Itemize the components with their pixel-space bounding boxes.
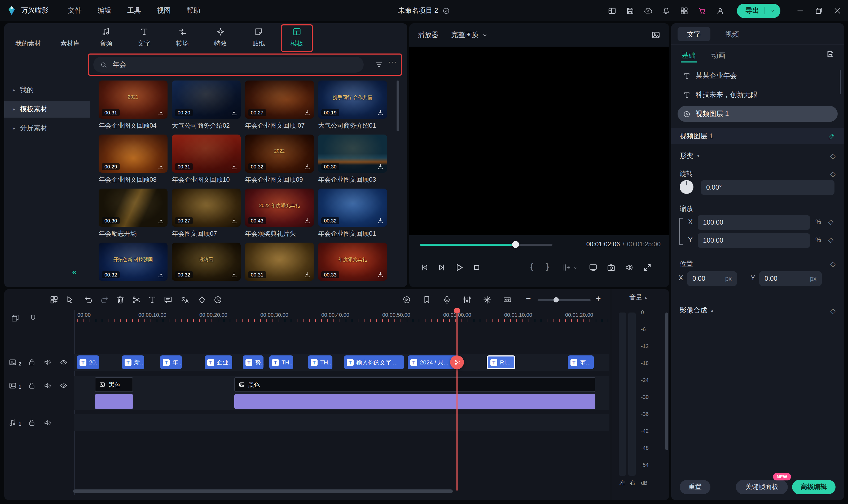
template-card[interactable]: 00:31 年会企业图文回顾10: [172, 134, 241, 184]
split-scissors-icon[interactable]: [132, 295, 141, 305]
next-frame-button[interactable]: [437, 263, 446, 272]
play-button[interactable]: [454, 262, 464, 273]
text-clip[interactable]: T 输入你的文字 ...: [344, 356, 404, 369]
save-preset-icon[interactable]: [826, 50, 834, 58]
menu-file[interactable]: 文件: [68, 6, 82, 15]
text-clip[interactable]: T TH...: [308, 356, 332, 369]
translate-icon[interactable]: [180, 295, 190, 305]
template-card[interactable]: 00:32 年会企业图文回顾01: [318, 188, 387, 238]
range-select-icon[interactable]: [562, 263, 572, 272]
search-input[interactable]: 年会: [93, 57, 364, 73]
rotation-dial[interactable]: [680, 180, 693, 194]
snapshot-camera-icon[interactable]: [606, 263, 616, 272]
layout-switch-icon[interactable]: [608, 6, 617, 15]
template-card[interactable]: 00:20 大气公司商务介绍02: [172, 80, 241, 130]
template-card[interactable]: 00:29 年会企业图文回顾08: [99, 134, 168, 184]
download-icon[interactable]: [157, 271, 165, 278]
playback-slider-knob[interactable]: [512, 241, 519, 248]
export-dropdown-icon[interactable]: [769, 8, 775, 14]
template-card[interactable]: 00:30 年会企业图文回顾03: [318, 134, 387, 184]
notifications-icon[interactable]: [662, 6, 671, 15]
speed-tool-icon[interactable]: [213, 295, 223, 305]
menu-help[interactable]: 帮助: [187, 6, 201, 15]
props-tab-text[interactable]: 文字: [678, 27, 710, 41]
layer-item-video-1[interactable]: 视频图层 1: [678, 106, 838, 122]
video-preview[interactable]: [409, 47, 669, 235]
download-icon[interactable]: [157, 217, 165, 224]
subtitle-icon[interactable]: [163, 295, 173, 305]
template-card[interactable]: 开拓创新 科技强国 00:32: [99, 242, 168, 283]
audio-mixer-icon[interactable]: [462, 295, 472, 305]
download-icon[interactable]: [304, 217, 311, 224]
voiceover-mic-icon[interactable]: [442, 295, 452, 305]
keyframe-tool-icon[interactable]: [197, 295, 207, 305]
apps-grid-icon[interactable]: [680, 6, 689, 15]
tab-audio[interactable]: 音频: [93, 24, 119, 52]
tab-effects[interactable]: 特效: [208, 24, 233, 52]
mute-icon[interactable]: [44, 418, 52, 427]
lock-icon[interactable]: [28, 418, 36, 427]
scale-y-input[interactable]: 100.00: [698, 233, 810, 248]
download-icon[interactable]: [377, 163, 384, 170]
template-card[interactable]: 邀请函 00:32: [172, 242, 241, 283]
collapse-up-icon[interactable]: ▴: [711, 308, 713, 313]
maximize-button[interactable]: [814, 6, 823, 15]
playhead[interactable]: [456, 310, 457, 490]
zoom-in-button[interactable]: +: [596, 294, 601, 304]
undo-icon[interactable]: [84, 295, 93, 305]
reset-button[interactable]: 重置: [680, 480, 710, 494]
playback-slider[interactable]: [420, 240, 552, 248]
cloud-upload-icon[interactable]: [644, 6, 653, 15]
quality-dropdown[interactable]: 完整画质: [451, 30, 488, 40]
tab-stickers[interactable]: 贴纸: [246, 24, 272, 52]
filter-icon[interactable]: [374, 60, 383, 69]
download-icon[interactable]: [377, 271, 384, 278]
mute-icon[interactable]: [625, 263, 634, 272]
template-card[interactable]: 2021 00:31 年会企业图文回顾04: [99, 80, 168, 130]
ai-edit-icon[interactable]: [828, 132, 835, 140]
template-card[interactable]: 00:30 年会励志开场: [99, 188, 168, 238]
menu-edit[interactable]: 编辑: [98, 6, 111, 15]
store-cart-icon[interactable]: [698, 6, 707, 15]
download-icon[interactable]: [231, 217, 238, 224]
menu-tools[interactable]: 工具: [127, 6, 141, 15]
video-clip[interactable]: 黑色: [234, 377, 595, 409]
layers-scrollbar[interactable]: [840, 70, 842, 94]
keyframe-diamond-icon[interactable]: ◇: [830, 170, 835, 177]
zoom-out-button[interactable]: −: [526, 294, 531, 304]
template-card[interactable]: 00:27 年会企业图文回顾 07: [245, 80, 314, 130]
stop-button[interactable]: [472, 263, 481, 272]
scale-x-input[interactable]: 100.00: [698, 215, 810, 230]
text-clip[interactable]: T 梦...: [568, 356, 594, 369]
close-button[interactable]: [833, 6, 842, 15]
position-x-input[interactable]: 0.00px: [687, 271, 737, 286]
sidebar-item-template-assets[interactable]: ▸模板素材: [4, 101, 90, 118]
second-monitor-icon[interactable]: [588, 263, 598, 272]
download-icon[interactable]: [377, 109, 384, 116]
keyframe-diamond-icon[interactable]: ◇: [830, 260, 835, 267]
advanced-edit-button[interactable]: 高级编辑: [792, 480, 835, 494]
template-card[interactable]: 00:31: [245, 242, 314, 283]
media-panel-scrollbar[interactable]: [397, 80, 399, 131]
playhead-split-button[interactable]: [450, 356, 464, 369]
text-clip[interactable]: T 新...: [122, 356, 144, 369]
template-card[interactable]: 2022 年度颁奖典礼 00:43 年会颁奖典礼片头: [245, 188, 314, 238]
download-icon[interactable]: [231, 109, 238, 116]
fit-timeline-icon[interactable]: [503, 295, 512, 305]
smart-tools-icon[interactable]: [482, 295, 492, 305]
mark-in-button[interactable]: {: [530, 262, 533, 271]
text-clip[interactable]: T TH...: [269, 356, 293, 369]
redo-icon[interactable]: [100, 295, 109, 305]
render-preview-icon[interactable]: [402, 295, 411, 305]
text-clip[interactable]: T RI...: [487, 356, 515, 369]
template-card[interactable]: 00:27 年会图文回顾07: [172, 188, 241, 238]
download-icon[interactable]: [304, 109, 311, 116]
download-icon[interactable]: [231, 271, 238, 278]
save-project-icon[interactable]: [626, 6, 635, 15]
timeline-hscrollbar[interactable]: [73, 489, 453, 493]
zoom-slider-knob[interactable]: [553, 297, 559, 303]
audio-track-lane[interactable]: [74, 414, 609, 431]
template-card[interactable]: 年度颁奖典礼 00:33: [318, 242, 387, 283]
delete-icon[interactable]: [116, 295, 125, 305]
rotation-input[interactable]: 0.00°: [701, 180, 834, 195]
